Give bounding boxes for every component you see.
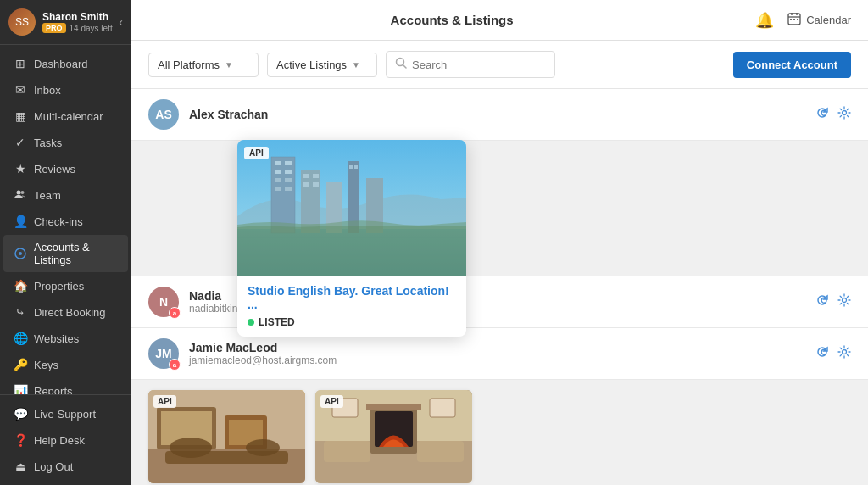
- sidebar-item-direct-booking[interactable]: ⤷ Direct Booking: [3, 299, 128, 325]
- search-input[interactable]: [412, 59, 546, 71]
- popup-card-body: Studio English Bay. Great Location! ... …: [237, 276, 466, 337]
- account-avatar: AS: [148, 99, 179, 130]
- svg-rect-21: [285, 161, 292, 165]
- svg-point-39: [843, 350, 847, 354]
- svg-point-48: [246, 439, 280, 456]
- sidebar-item-log-out[interactable]: ⏏ Log Out: [3, 454, 128, 479]
- popup-card-image: API: [237, 140, 466, 276]
- sidebar-header: SS Sharon Smith PRO 14 days left ‹: [0, 0, 131, 45]
- sidebar-item-inbox[interactable]: ✉ Inbox: [3, 77, 128, 103]
- listing-card[interactable]: API: [148, 390, 305, 483]
- account-name: Alex Strachan: [189, 108, 268, 121]
- account-display-name: Alex Strachan: [189, 108, 268, 121]
- sidebar-item-label: Direct Booking: [34, 306, 106, 319]
- status-dot-icon: [248, 319, 254, 326]
- avatar-wrapper: JM a: [148, 338, 179, 369]
- avatar-wrapper: AS: [148, 99, 179, 130]
- search-icon: [395, 57, 407, 72]
- city-skyline-bg: [237, 140, 466, 276]
- popup-listing-status: LISTED: [248, 316, 456, 328]
- avatar-wrapper: N a: [148, 287, 179, 317]
- content-area: AS Alex Strachan: [131, 89, 868, 485]
- sidebar-item-properties[interactable]: 🏠 Properties: [3, 273, 128, 298]
- reports-icon: 📊: [14, 384, 27, 394]
- toolbar: All Platforms ▼ Active Listings ▼ Connec…: [131, 41, 868, 89]
- search-box[interactable]: [386, 51, 555, 78]
- sidebar-item-reports[interactable]: 📊 Reports: [3, 378, 128, 394]
- sidebar-item-check-ins[interactable]: 👤 Check-ins: [3, 209, 128, 234]
- svg-rect-53: [366, 404, 421, 410]
- account-actions: [815, 106, 851, 123]
- svg-line-12: [403, 65, 407, 69]
- sidebar-item-multi-calendar[interactable]: ▦ Multi-calendar: [3, 103, 128, 129]
- websites-icon: 🌐: [14, 332, 27, 345]
- sidebar-item-label: Team: [34, 189, 61, 202]
- calendar-button[interactable]: Calendar: [787, 12, 851, 28]
- pro-badge: PRO: [42, 23, 66, 33]
- listing-card-image: API: [315, 390, 472, 483]
- sidebar-item-team[interactable]: Team: [3, 182, 128, 208]
- team-icon: [14, 188, 27, 202]
- keys-icon: 🔑: [14, 358, 27, 371]
- settings-button[interactable]: [837, 345, 851, 362]
- listing-filter[interactable]: Active Listings ▼: [267, 53, 377, 77]
- svg-rect-35: [349, 165, 353, 169]
- sidebar-item-tasks[interactable]: ✓ Tasks: [3, 130, 128, 155]
- svg-point-38: [843, 298, 847, 303]
- tasks-icon: ✓: [14, 136, 27, 149]
- calendar-label: Calendar: [806, 14, 851, 26]
- chevron-down-icon: ▼: [352, 60, 360, 70]
- account-email: jamiemacleod@host.airgms.com: [189, 354, 337, 366]
- svg-rect-28: [301, 170, 320, 233]
- svg-point-13: [843, 111, 847, 115]
- direct-booking-icon: ⤷: [14, 305, 27, 319]
- sidebar-item-websites[interactable]: 🌐 Websites: [3, 326, 128, 351]
- accounts-icon: [14, 247, 27, 260]
- sidebar-item-label: Websites: [34, 332, 79, 345]
- listing-card-image: API: [148, 390, 305, 483]
- collapse-button[interactable]: ‹: [119, 15, 123, 29]
- sidebar-item-accounts-listings[interactable]: Accounts & Listings: [3, 235, 128, 272]
- svg-rect-27: [285, 187, 292, 191]
- svg-rect-20: [275, 161, 281, 165]
- live-support-icon: 💬: [14, 407, 27, 421]
- sidebar-item-live-support[interactable]: 💬 Live Support: [3, 401, 128, 426]
- svg-rect-57: [430, 399, 455, 417]
- platform-filter[interactable]: All Platforms ▼: [148, 53, 259, 77]
- svg-point-3: [19, 252, 22, 255]
- dashboard-icon: ⊞: [14, 57, 27, 70]
- svg-rect-55: [417, 441, 464, 462]
- svg-rect-8: [790, 19, 792, 20]
- sidebar-item-keys[interactable]: 🔑 Keys: [3, 352, 128, 377]
- settings-button[interactable]: [837, 106, 851, 123]
- sidebar-item-label: Check-ins: [34, 215, 83, 228]
- properties-icon: 🏠: [14, 279, 27, 293]
- popup-api-badge: API: [244, 147, 269, 159]
- topbar: Accounts & Listings 🔔 Calendar: [131, 0, 868, 41]
- sidebar-item-label: Accounts & Listings: [34, 241, 118, 266]
- user-info: Sharon Smith PRO 14 days left: [42, 11, 119, 33]
- listing-card[interactable]: API: [315, 390, 472, 483]
- notifications-icon[interactable]: 🔔: [755, 11, 774, 30]
- refresh-button[interactable]: [815, 293, 829, 310]
- sidebar-item-label: Multi-calendar: [34, 110, 103, 123]
- account-info: Jamie MacLeod jamiemacleod@host.airgms.c…: [189, 341, 337, 366]
- svg-rect-29: [303, 174, 309, 178]
- refresh-button[interactable]: [815, 106, 829, 123]
- sidebar-item-help-desk[interactable]: ❓ Help Desk: [3, 427, 128, 453]
- svg-point-47: [170, 438, 212, 458]
- settings-button[interactable]: [837, 293, 851, 310]
- account-display-name: Jamie MacLeod: [189, 341, 337, 354]
- user-badge: PRO 14 days left: [42, 23, 119, 33]
- sidebar-item-reviews[interactable]: ★ Reviews: [3, 156, 128, 181]
- sidebar-nav: ⊞ Dashboard ✉ Inbox ▦ Multi-calendar ✓ T…: [0, 45, 131, 394]
- listings-row: API: [131, 380, 868, 485]
- connect-account-button[interactable]: Connect Account: [733, 52, 851, 78]
- main-content: Accounts & Listings 🔔 Calendar: [131, 0, 868, 485]
- log-out-icon: ⏏: [14, 460, 27, 473]
- refresh-button[interactable]: [815, 345, 829, 362]
- sidebar-item-dashboard[interactable]: ⊞ Dashboard: [3, 51, 128, 76]
- svg-rect-31: [303, 182, 309, 187]
- api-badge: API: [153, 395, 176, 408]
- topbar-actions: 🔔 Calendar: [755, 11, 851, 30]
